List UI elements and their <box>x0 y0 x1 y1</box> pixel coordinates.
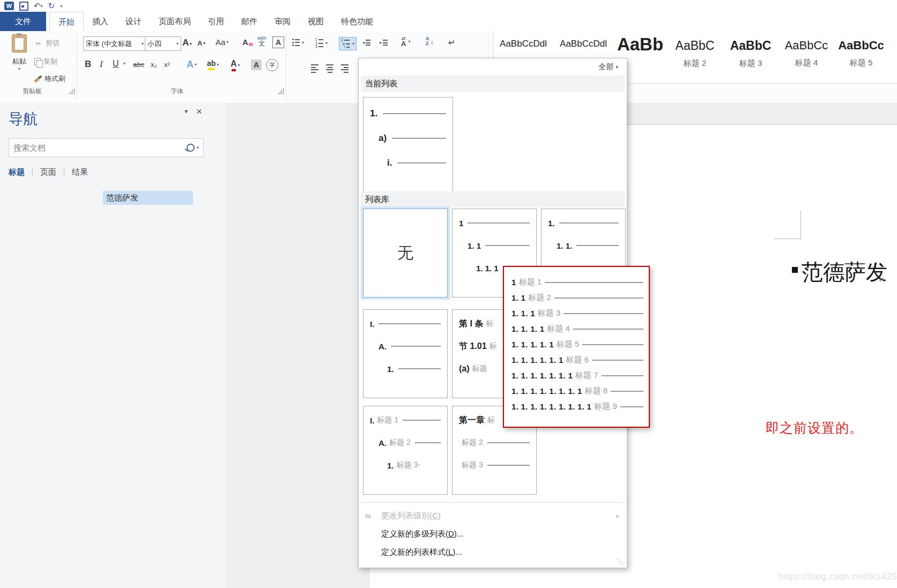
paste-button[interactable]: 粘贴 ▾ <box>8 34 31 86</box>
cut-label: 剪切 <box>46 39 60 48</box>
list-label: 标题 1 <box>519 277 542 287</box>
list-line <box>398 368 441 369</box>
tab-特色功能[interactable]: 特色功能 <box>332 12 382 31</box>
current-list-preview[interactable]: 1.a)i. <box>363 97 453 200</box>
document-heading[interactable]: 范德萨发 <box>802 257 887 287</box>
enclose-characters-button[interactable]: 字 <box>266 59 278 71</box>
copy-button[interactable]: 复制 <box>34 56 57 68</box>
style-gallery-item[interactable]: AaBbCc标题 5 <box>834 31 888 88</box>
style-gallery-item[interactable]: AaBbC标题 3 <box>723 31 779 88</box>
sort-button[interactable]: AZ ↓ <box>426 36 434 46</box>
list-label: 标题 1 <box>377 415 398 425</box>
numbering-button[interactable]: 1 2 3 ▾ <box>315 39 328 48</box>
list-library-item[interactable]: 无 <box>363 209 448 297</box>
cut-button[interactable]: ✂ 剪切 <box>34 38 60 49</box>
align-left-button[interactable] <box>311 64 318 73</box>
undo-button[interactable]: ↶▾ <box>34 1 43 11</box>
superscript-button[interactable]: x² <box>164 61 170 69</box>
chevron-down-icon[interactable]: ▾ <box>197 145 199 150</box>
underline-dropdown[interactable]: ▾ <box>122 61 125 66</box>
list-style-hover-preview[interactable]: 1标题 11. 1标题 21. 1. 1标题 31. 1. 1. 1标题 41.… <box>503 266 650 428</box>
shrink-font-button[interactable]: A▼ <box>197 39 206 47</box>
subscript-button[interactable]: x₂ <box>151 61 157 69</box>
customize-qat-button[interactable]: ▾ <box>60 1 62 11</box>
menu-item[interactable]: 定义新的列表样式(L)... <box>361 543 625 561</box>
paste-label: 粘贴 <box>12 57 26 66</box>
format-painter-button[interactable]: 格式刷 <box>34 73 65 85</box>
increase-indent-button[interactable]: ▸ <box>380 40 388 46</box>
bullets-button[interactable]: ▾ <box>292 39 304 46</box>
align-center-button[interactable] <box>326 64 333 73</box>
list-preview-row: 1. 1. 1. 1. 1. 1. 1. 1标题 8 <box>504 383 649 399</box>
redo-button[interactable]: ↻ <box>48 1 55 11</box>
list-preview-row: a) <box>364 133 453 144</box>
tab-引用[interactable]: 引用 <box>199 12 233 31</box>
list-library-item[interactable]: I.标题 1A.标题 21.标题 3- <box>363 406 448 495</box>
multilevel-list-button[interactable]: 1 a i ▾ <box>339 37 357 50</box>
text-effects-button[interactable]: A▾ <box>187 59 197 70</box>
grow-font-button[interactable]: A▲ <box>182 38 192 48</box>
character-border-button[interactable]: A <box>272 36 284 48</box>
bold-button[interactable]: B <box>85 59 91 70</box>
list-preview-row: 1. 1. 1标题 3 <box>504 306 649 321</box>
phonetic-guide-button[interactable]: wén文 <box>257 35 266 46</box>
style-gallery-item[interactable]: AaBbC标题 2 <box>667 31 723 88</box>
search-input[interactable] <box>9 143 187 152</box>
tab-插入[interactable]: 插入 <box>84 12 117 31</box>
clipboard-dialog-launcher[interactable] <box>69 88 75 94</box>
list-preview-row: 1. <box>364 363 447 374</box>
navigation-options-button[interactable]: ▾ <box>184 107 188 115</box>
align-right-button[interactable] <box>341 64 349 73</box>
tab-设计[interactable]: 设计 <box>117 12 150 31</box>
gallery-filter-dropdown[interactable]: 全部▾ <box>598 62 618 72</box>
nav-tab-页面[interactable]: 页面 <box>40 166 56 178</box>
list-label: 标题 2 <box>389 438 411 448</box>
list-number: 1. 1 <box>468 241 481 250</box>
list-number: (a) <box>459 364 470 374</box>
style-gallery-item[interactable]: AaBbCc标题 4 <box>779 31 834 88</box>
strikethrough-button[interactable]: abc <box>133 61 144 69</box>
list-line <box>487 465 530 466</box>
resize-handle[interactable]: ⋱ <box>617 557 624 565</box>
tab-开始[interactable]: 开始 <box>49 12 84 32</box>
menu-item-label: 更改列表级别(C) <box>381 511 441 521</box>
font-name-value: 宋体 (中文标题 <box>86 39 132 49</box>
character-shading-button[interactable]: A <box>251 59 262 70</box>
decrease-indent-button[interactable]: ◂ <box>362 40 370 46</box>
tab-页面布局[interactable]: 页面布局 <box>150 12 199 31</box>
section-header-list-library: 列表库 <box>361 191 625 207</box>
nav-tab-结果[interactable]: 结果 <box>72 166 88 178</box>
list-label: 标题 8 <box>585 386 608 396</box>
italic-button[interactable]: I <box>100 59 103 70</box>
change-case-button[interactable]: Aa▾ <box>216 38 228 47</box>
align-right-icon <box>341 64 349 73</box>
font-name-combo[interactable]: 宋体 (中文标题▾ <box>83 36 146 51</box>
font-color-button[interactable]: A▾ <box>231 59 240 71</box>
menu-item[interactable]: 定义新的多级列表(D)... <box>361 525 625 543</box>
list-library-item[interactable]: I.A.1. <box>363 309 448 398</box>
close-icon[interactable]: × <box>196 106 202 117</box>
nav-tab-标题[interactable]: 标题 <box>9 166 25 178</box>
underline-button[interactable]: U <box>113 59 119 69</box>
highlight-color-button[interactable]: ab▾ <box>207 59 219 70</box>
menu-item[interactable]: ⇆更改列表级别(C)▸ <box>361 507 625 525</box>
save-button[interactable] <box>19 1 28 11</box>
tab-邮件[interactable]: 邮件 <box>233 12 266 31</box>
list-number: 节 1.01 <box>459 341 487 352</box>
cut-icon: ✂ <box>34 40 43 48</box>
search-icon[interactable] <box>187 144 195 152</box>
list-number: 1. 1 <box>511 293 525 302</box>
font-size-combo[interactable]: 小四▾ <box>145 36 181 51</box>
tab-视图[interactable]: 视图 <box>299 12 332 31</box>
list-label: 标题 6 <box>566 355 589 365</box>
list-preview-row: 1.标题 3- <box>364 460 447 471</box>
tab-file[interactable]: 文件 <box>0 12 46 31</box>
font-dialog-launcher[interactable] <box>278 88 284 94</box>
show-hide-marks-button[interactable]: ↵ <box>448 38 455 48</box>
clear-formatting-button[interactable]: A <box>242 38 253 47</box>
asian-layout-button[interactable]: ⇄A ▾ <box>401 36 410 46</box>
navigation-pane: 导航 ▾ × ▾ 标题页面结果 范德萨发 <box>0 103 226 588</box>
tab-审阅[interactable]: 审阅 <box>266 12 299 31</box>
navigation-heading-item[interactable]: 范德萨发 <box>103 191 193 205</box>
list-preview-row: 1. 1. 1. 1. 1. 1标题 6 <box>504 352 649 368</box>
